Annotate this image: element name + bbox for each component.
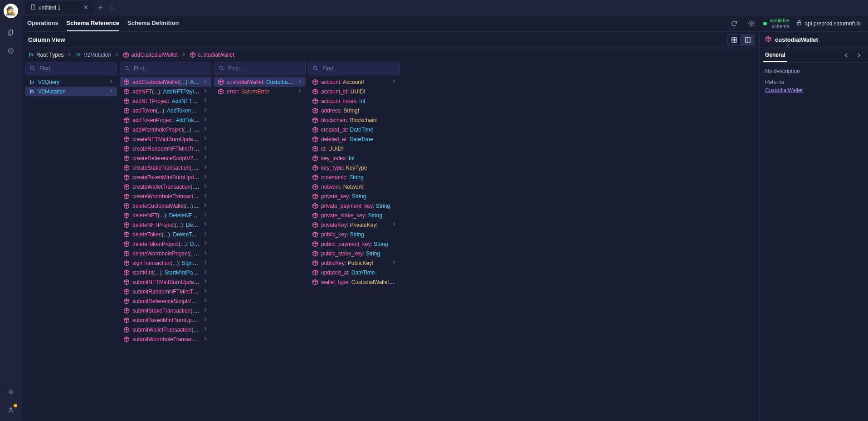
item-label: public_stake_key: String [321,250,397,257]
files-icon[interactable] [4,25,18,40]
list-item[interactable]: publicKey: PublicKey! [308,258,400,268]
breadcrumb-item[interactable]: V2Mutation [75,52,111,58]
list-item[interactable]: addTokenProject: AddTokenProj… [120,115,211,125]
find-box[interactable] [214,62,306,75]
list-item[interactable]: private_payment_key: String [308,201,400,210]
list-item[interactable]: account: Account! [308,77,400,87]
new-tab-button[interactable] [95,3,105,13]
list-item[interactable]: createNFTMintBurnUpdateTrans… [120,134,211,144]
list-item[interactable]: error: SaturnError [214,87,306,96]
list-item[interactable]: public_payment_key: String [308,239,400,249]
find-input[interactable] [134,65,207,72]
view-toggle-columns[interactable] [728,35,740,45]
list-item[interactable]: addNFT(...): AddNFTPayload! [120,87,211,96]
list-item[interactable]: private_key: String [308,191,400,201]
list-item[interactable]: mnemonic: String [308,172,400,182]
list-item[interactable]: account_index: Int [308,96,400,106]
list-item[interactable]: privateKey: PrivateKey! [308,220,400,230]
list-item[interactable]: addNFTProject: AddNFTProjectP… [120,96,211,106]
cube-icon [312,260,318,266]
account-icon[interactable] [4,403,18,417]
find-box[interactable] [25,62,117,75]
sub-tab-operations[interactable]: Operations [27,15,59,31]
list-item[interactable]: deleteToken(...): DeleteTokenPayl… [120,230,211,239]
detail-description: No description [765,68,863,74]
refresh-icon[interactable] [729,18,740,29]
item-label: submitStakeTransaction(...): Sub… [132,308,200,314]
sub-tab-schema-reference[interactable]: Schema Reference [67,15,119,31]
history-icon[interactable] [4,44,18,58]
find-input[interactable] [228,65,302,72]
list-item[interactable]: addCustodialWallet(...): AddCust… [120,77,211,87]
list-item[interactable]: V2Query [25,77,117,87]
list-item[interactable]: id: UUID! [308,144,400,153]
returns-link[interactable]: CustodialWallet [765,87,803,93]
list-item[interactable]: createTokenMintBurnUpdateTra… [120,172,211,182]
chevron-right-icon [391,221,397,229]
scratch-tab-button[interactable] [107,3,117,13]
list-item[interactable]: private_stake_key: String [308,210,400,220]
list-item[interactable]: blockchain: Blockchain! [308,115,400,125]
list-item[interactable]: account_id: UUID! [308,87,400,96]
cube-icon [123,241,130,247]
list-item[interactable]: network: Network! [308,182,400,191]
close-icon[interactable] [83,4,89,12]
cube-icon [312,155,318,162]
list-item[interactable]: submitTokenMintBurnUpdateTra… [120,315,211,325]
list-item[interactable]: key_type: KeyType [308,163,400,172]
settings2-icon[interactable] [746,18,757,29]
item-label: startMint(...): StartMintPayload! [132,269,200,276]
list-item[interactable]: submitStakeTransaction(...): Sub… [120,306,211,315]
list-item[interactable]: deleteCustodialWallet(...): Delete… [120,201,211,210]
detail-tab-general[interactable]: General [763,48,787,62]
nav-back-icon[interactable] [841,50,852,61]
list-item[interactable]: wallet_type: CustodialWalletType! [308,277,400,287]
list-item[interactable]: deleteNFT(...): DeleteNFTPayload! [120,210,211,220]
list-item[interactable]: addToken(...): AddTokenPayload! [120,106,211,115]
list-item[interactable]: deleted_at: DateTime [308,134,400,144]
list-item[interactable]: submitWalletTransaction(...): Sub… [120,325,211,334]
sub-tab-schema-definition[interactable]: Schema Definition [127,15,179,31]
nav-fwd-icon[interactable] [853,50,864,61]
list-item[interactable]: deleteNFTProject(...): DeleteNFT… [120,220,211,230]
find-box[interactable] [308,62,400,75]
find-input[interactable] [39,65,113,72]
list-item[interactable]: createReferenceScriptV2Transact… [120,153,211,163]
list-item[interactable]: deleteWormholeProject(...): Dele… [120,249,211,258]
list-item[interactable]: V2Mutation [25,87,117,96]
list-item[interactable]: signTransaction(...): SignTransacti… [120,258,211,268]
item-label: submitNFTMintBurnUpdateTran… [132,279,200,285]
list-item[interactable]: custodialWallet: CustodialWallet [214,77,306,87]
find-box[interactable] [120,62,211,75]
list-item[interactable]: address: String! [308,106,400,115]
list-item[interactable]: public_stake_key: String [308,249,400,258]
chevron-right-icon [180,51,187,59]
chevron-right-icon [202,211,209,219]
list-item[interactable]: createWalletTransaction(...): Crea… [120,182,211,191]
list-item[interactable]: deleteTokenProject(...): DeleteTo… [120,239,211,249]
chevron-right-icon [66,51,73,59]
list-item[interactable]: updated_at: DateTime [308,268,400,277]
view-toggle-split[interactable] [742,35,754,45]
list-item[interactable]: public_key: String [308,230,400,239]
list-item[interactable]: key_index: Int [308,153,400,163]
breadcrumb-item[interactable]: Root Types [28,52,63,58]
list-item[interactable]: createRandomNFTMintTransacti… [120,144,211,153]
list-item[interactable]: createStakeTransaction(...): Creat… [120,163,211,172]
list-item[interactable]: submitRandomNFTMintTransact… [120,287,211,296]
item-label: public_payment_key: String [321,241,397,247]
list-item[interactable]: submitReferenceScriptV2Transac… [120,296,211,306]
list-item[interactable]: submitNFTMintBurnUpdateTran… [120,277,211,287]
endpoint-display[interactable]: api.preprod.saturnnft.io [796,20,861,27]
find-input[interactable] [322,65,396,72]
breadcrumb-item[interactable]: custodialWallet [190,52,234,58]
list-item[interactable]: submitWormholeTransaction(...): … [120,334,211,344]
list-item[interactable]: createWormholeTransaction(...): … [120,191,211,201]
list-item[interactable]: addWormholeProject(...): AddW… [120,125,211,134]
cube-icon [312,241,318,247]
tab-untitled[interactable]: untitled 1 [25,1,93,14]
settings-icon[interactable] [4,385,18,399]
breadcrumb-item[interactable]: addCustodialWallet [123,52,178,58]
list-item[interactable]: startMint(...): StartMintPayload! [120,268,211,277]
list-item[interactable]: created_at: DateTime [308,125,400,134]
